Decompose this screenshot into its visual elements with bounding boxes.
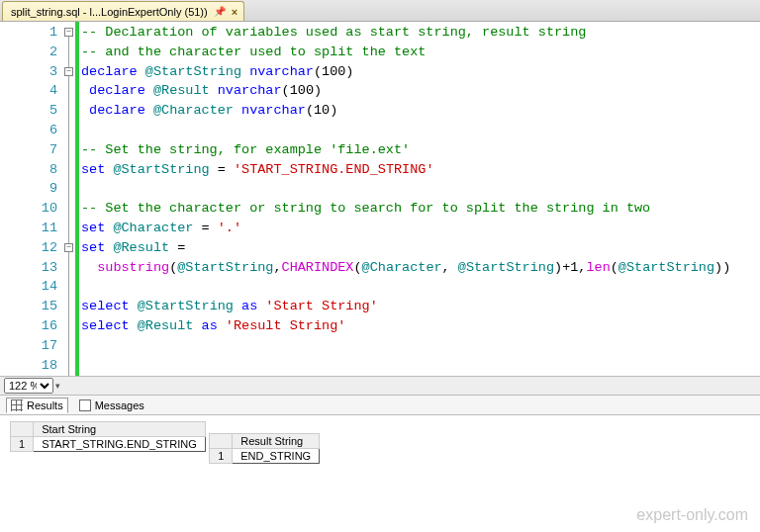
cell-value[interactable]: END_STRING [233,449,320,464]
cell-value[interactable]: START_STRING.END_STRING [34,437,206,452]
tab-messages[interactable]: Messages [74,398,149,413]
code-line[interactable]: declare @StartString nvarchar(100) [81,62,730,82]
row-header[interactable]: 1 [210,449,233,464]
pin-icon[interactable]: 📌 [214,6,226,17]
code-line[interactable]: -- and the character used to split the t… [81,43,730,62]
fold-toggle[interactable]: − [64,28,73,37]
watermark: expert-only.com [636,506,748,524]
results-panel: Start String 1 START_STRING.END_STRING R… [0,415,760,471]
line-number: 10 [0,199,57,219]
line-number: 1 [0,23,57,43]
line-number: 6 [0,121,57,140]
line-number: 12 [0,238,57,258]
code-line[interactable]: -- Set the string, for example 'file.ext… [81,140,730,160]
table-row[interactable]: 1 START_STRING.END_STRING [11,437,206,452]
line-number: 11 [0,219,57,238]
code-line[interactable] [81,121,730,140]
table-row[interactable]: 1 END_STRING [210,449,320,464]
code-line[interactable]: select @Result as 'Result String' [81,316,730,336]
code-line[interactable] [81,277,730,297]
line-number: 16 [0,316,57,336]
code-line[interactable]: -- Set the character or string to search… [81,199,730,219]
line-number: 7 [0,140,57,160]
close-icon[interactable]: × [232,6,238,18]
line-number: 3 [0,62,57,82]
code-line[interactable]: substring(@StartString,CHARINDEX(@Charac… [81,258,730,278]
tab-results[interactable]: Results [6,398,68,413]
fold-toggle[interactable]: − [64,243,73,252]
zoom-bar: 122 % ▾ [0,376,760,396]
grid-corner [11,422,34,437]
zoom-select[interactable]: 122 % [4,378,53,394]
code-editor[interactable]: 123456789101112131415161718 −−− -- Decla… [0,22,760,376]
grid-corner [210,434,233,449]
message-icon [79,399,91,411]
column-header[interactable]: Result String [233,434,320,449]
code-line[interactable] [81,179,730,199]
code-line[interactable] [81,336,730,356]
line-number: 8 [0,160,57,180]
code-line[interactable] [81,356,730,376]
line-number: 4 [0,81,57,101]
line-number: 17 [0,336,57,356]
dropdown-icon: ▾ [55,381,60,391]
grid-icon [11,399,23,411]
row-header[interactable]: 1 [11,437,34,452]
line-number: 2 [0,43,57,62]
code-line[interactable]: select @StartString as 'Start String' [81,297,730,316]
results-tab-bar: Results Messages [0,396,760,415]
line-number: 9 [0,179,57,199]
code-line[interactable]: set @Character = '.' [81,219,730,238]
line-number: 14 [0,277,57,297]
result-grid-1[interactable]: Start String 1 START_STRING.END_STRING [10,421,206,452]
tab-results-label: Results [27,399,63,411]
line-number-gutter: 123456789101112131415161718 [0,22,63,376]
fold-toggle[interactable]: − [64,67,73,76]
tab-bar: split_string.sql - l...LoginExpertOnly (… [0,0,760,22]
code-line[interactable]: set @StartString = 'START_STRING.END_STR… [81,160,730,180]
column-header[interactable]: Start String [34,422,206,437]
code-line[interactable]: declare @Character nvarchar(10) [81,101,730,121]
result-grid-2[interactable]: Result String 1 END_STRING [209,433,320,464]
tab-messages-label: Messages [95,399,144,411]
code-content[interactable]: -- Declaration of variables used as star… [79,22,730,376]
code-line[interactable]: -- Declaration of variables used as star… [81,23,730,43]
line-number: 13 [0,258,57,278]
tab-title: split_string.sql - l...LoginExpertOnly (… [11,6,208,18]
fold-column: −−− [63,22,75,376]
file-tab[interactable]: split_string.sql - l...LoginExpertOnly (… [2,1,244,21]
code-line[interactable]: set @Result = [81,238,730,258]
line-number: 15 [0,297,57,316]
code-line[interactable]: declare @Result nvarchar(100) [81,81,730,101]
line-number: 5 [0,101,57,121]
line-number: 18 [0,356,57,376]
